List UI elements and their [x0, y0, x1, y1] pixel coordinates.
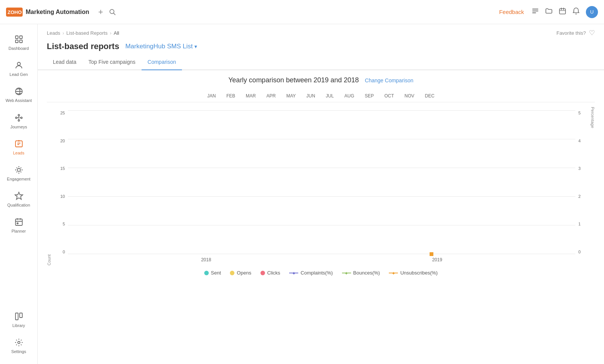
legend-item-complaints---: ◆Complaints(%)	[289, 270, 333, 276]
add-button[interactable]: +	[98, 7, 103, 17]
y-axis-left-label: Count	[47, 107, 51, 265]
sidebar-item-web-assistant[interactable]: Web Assistant	[2, 82, 35, 107]
month-tab-jun[interactable]: JUN	[301, 90, 320, 102]
month-tabs: JANFEBMARAPRMAYJUNJULAUGSEPOCTNOVDEC	[47, 90, 595, 102]
sidebar-label-leads: Leads	[13, 151, 25, 156]
y-axis-right: 543210	[575, 107, 589, 265]
app-logo: ZOHO Marketing Automation	[6, 8, 89, 17]
breadcrumb-sep-2: ›	[110, 30, 111, 36]
svg-rect-5	[532, 11, 538, 11]
y-axis-left: 2520151050	[53, 107, 68, 265]
svg-rect-12	[20, 36, 22, 39]
svg-point-20	[18, 120, 20, 121]
month-tab-jan[interactable]: JAN	[202, 90, 221, 102]
month-tab-jul[interactable]: JUL	[320, 90, 339, 102]
breadcrumb-list-reports[interactable]: List-based Reports	[66, 30, 108, 36]
svg-marker-24	[15, 192, 23, 199]
tabs: Lead data Top Five campaigns Comparison	[38, 54, 604, 70]
content-area: Leads › List-based Reports › All Favorit…	[38, 24, 604, 364]
svg-point-15	[17, 62, 20, 65]
breadcrumb: Leads › List-based Reports › All Favorit…	[38, 24, 604, 37]
sidebar-item-library[interactable]: Library	[2, 307, 35, 332]
list-icon[interactable]	[532, 7, 539, 17]
planner-icon	[14, 217, 24, 227]
sidebar-item-lead-gen[interactable]: Lead Gen	[2, 56, 35, 81]
month-tab-aug[interactable]: AUG	[339, 90, 359, 102]
lead-gen-icon	[14, 60, 24, 71]
list-name: MarketingHub SMS List	[125, 43, 193, 50]
svg-rect-11	[15, 36, 18, 39]
svg-rect-7	[559, 9, 565, 14]
main-layout: Dashboard Lead Gen Web Assistant Journey…	[0, 24, 604, 364]
qualification-icon	[14, 191, 24, 201]
svg-point-23	[17, 168, 20, 171]
sidebar-label-lead-gen: Lead Gen	[9, 72, 28, 77]
sidebar-item-dashboard[interactable]: Dashboard	[2, 30, 35, 55]
favorite-label: Favorite this?	[556, 30, 586, 36]
svg-line-3	[114, 13, 116, 15]
tab-lead-data[interactable]: Lead data	[47, 54, 82, 70]
folder-icon[interactable]	[545, 7, 553, 17]
svg-point-22	[18, 140, 20, 142]
sidebar-label-journeys: Journeys	[10, 125, 27, 130]
settings-icon	[14, 337, 24, 348]
y-axis-right-label: Percentage	[590, 107, 595, 265]
tab-top-five[interactable]: Top Five campaigns	[82, 54, 142, 70]
month-tab-apr[interactable]: APR	[261, 90, 281, 102]
svg-rect-21	[15, 141, 22, 147]
sidebar-label-settings: Settings	[11, 349, 26, 354]
library-icon	[14, 311, 24, 322]
svg-point-19	[21, 117, 22, 119]
month-tab-may[interactable]: MAY	[281, 90, 301, 102]
tab-comparison[interactable]: Comparison	[142, 54, 182, 70]
web-assistant-icon	[14, 86, 24, 97]
legend-item-clicks: Clicks	[260, 270, 280, 276]
topbar-right: Feedback U	[499, 6, 598, 18]
sidebar-label-library: Library	[12, 323, 25, 328]
journeys-icon	[14, 113, 24, 123]
change-comparison-button[interactable]: Change Comparison	[365, 77, 413, 83]
month-tab-mar[interactable]: MAR	[240, 90, 261, 102]
chart-wrapper: Count 2520151050	[47, 107, 595, 265]
legend: SentOpensClicks◆Complaints(%)◆Bounces(%)…	[47, 270, 595, 276]
x-label-2019: 2019	[322, 257, 553, 262]
sidebar-label-planner: Planner	[12, 229, 26, 234]
month-tab-dec[interactable]: DEC	[420, 90, 440, 102]
month-tab-feb[interactable]: FEB	[221, 90, 240, 102]
feedback-button[interactable]: Feedback	[499, 9, 524, 15]
sidebar-item-journeys[interactable]: Journeys	[2, 109, 35, 133]
chart-container: Yearly comparison between 2019 and 2018 …	[38, 70, 604, 364]
page-header-left: List-based reports MarketingHub SMS List…	[47, 42, 197, 51]
sidebar: Dashboard Lead Gen Web Assistant Journey…	[0, 24, 38, 364]
month-tab-oct[interactable]: OCT	[379, 90, 399, 102]
svg-rect-27	[15, 313, 18, 320]
sidebar-item-planner[interactable]: Planner	[2, 213, 35, 238]
sidebar-item-engagement[interactable]: Engagement	[2, 161, 35, 185]
svg-rect-28	[20, 313, 22, 318]
sidebar-item-leads[interactable]: Leads	[2, 135, 35, 159]
svg-point-18	[18, 114, 20, 116]
sidebar-item-qualification[interactable]: Qualification	[2, 187, 35, 211]
user-avatar[interactable]: U	[586, 6, 598, 18]
sidebar-item-settings[interactable]: Settings	[2, 333, 35, 358]
notification-icon[interactable]	[572, 7, 580, 17]
svg-rect-6	[532, 12, 536, 13]
svg-rect-4	[532, 9, 538, 9]
page-title: List-based reports	[47, 42, 119, 51]
breadcrumb-sep-1: ›	[62, 30, 64, 36]
dashboard-icon	[14, 34, 24, 45]
svg-rect-26	[17, 223, 18, 224]
heart-icon[interactable]: ♡	[589, 29, 595, 37]
chart-inner: 2018 2019	[68, 107, 575, 265]
sidebar-label-qualification: Qualification	[7, 203, 30, 208]
topbar-utility-icons: U	[532, 6, 598, 18]
month-tab-sep[interactable]: SEP	[359, 90, 379, 102]
svg-rect-13	[15, 40, 18, 43]
month-tab-nov[interactable]: NOV	[399, 90, 420, 102]
search-icon[interactable]	[109, 9, 116, 15]
x-label-2018: 2018	[91, 257, 322, 262]
calendar-icon[interactable]	[559, 7, 566, 17]
list-selector[interactable]: MarketingHub SMS List ▾	[125, 43, 197, 50]
leads-icon	[14, 139, 24, 149]
breadcrumb-leads[interactable]: Leads	[47, 30, 60, 36]
